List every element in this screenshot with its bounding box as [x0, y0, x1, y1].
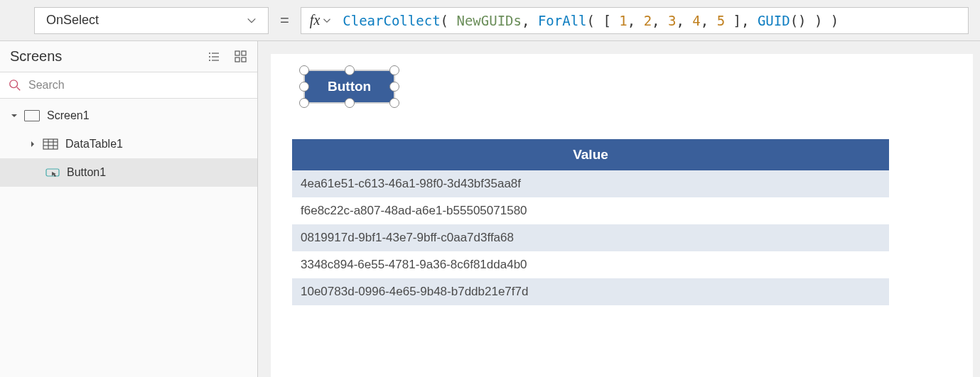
search-input[interactable] [28, 79, 249, 92]
svg-rect-9 [242, 58, 246, 62]
equals-label: = [280, 11, 289, 30]
caret-down-icon[interactable] [10, 111, 18, 120]
svg-point-4 [209, 60, 210, 61]
svg-point-0 [209, 53, 210, 54]
resize-handle-bl[interactable] [299, 98, 309, 108]
resize-handle-tr[interactable] [389, 65, 399, 75]
tree-label: DataTable1 [65, 138, 123, 151]
property-dropdown-value: OnSelect [46, 13, 99, 28]
search-box[interactable] [0, 72, 257, 99]
resize-handle-tc[interactable] [345, 65, 355, 75]
main-area: Screens [0, 41, 980, 377]
tree-view: Screen1 DataTable1 Button1 [0, 99, 257, 377]
grid-view-icon[interactable] [235, 50, 247, 63]
formula-text[interactable]: ClearCollect( NewGUIDs, ForAll( [ 1, 2, … [343, 13, 839, 28]
chevron-down-icon[interactable] [323, 16, 331, 25]
top-bar: OnSelect = fx ClearCollect( NewGUIDs, Fo… [0, 0, 980, 41]
resize-handle-br[interactable] [389, 98, 399, 108]
svg-rect-6 [235, 51, 239, 55]
tree-panel: Screens [0, 41, 258, 377]
svg-point-10 [10, 80, 18, 88]
chevron-down-icon [247, 16, 257, 26]
search-icon [9, 79, 21, 92]
table-body: 4ea61e51-c613-46a1-98f0-3d43bf35aa8ff6e8… [292, 170, 889, 305]
list-view-icon[interactable] [208, 50, 220, 63]
caret-right-icon[interactable] [28, 140, 37, 148]
table-row[interactable]: 0819917d-9bf1-43e7-9bff-c0aa7d3ffa68 [292, 224, 889, 251]
property-dropdown[interactable]: OnSelect [34, 7, 269, 34]
canvas-area: Button Value 4ea61e51-c613-46a1-98f0-3d4… [258, 41, 980, 377]
svg-rect-12 [43, 139, 58, 149]
tree-item-datatable1[interactable]: DataTable1 [0, 130, 257, 158]
formula-bar[interactable]: fx ClearCollect( NewGUIDs, ForAll( [ 1, … [301, 7, 969, 34]
fx-label: fx [310, 12, 320, 28]
table-row[interactable]: f6e8c22c-a807-48ad-a6e1-b55505071580 [292, 197, 889, 224]
data-table-control[interactable]: Value 4ea61e51-c613-46a1-98f0-3d43bf35aa… [292, 139, 889, 305]
svg-point-2 [209, 56, 210, 58]
screens-title: Screens [10, 48, 62, 65]
resize-handle-bc[interactable] [345, 98, 355, 108]
button-icon [45, 167, 60, 178]
svg-rect-7 [242, 51, 246, 55]
tree-item-button1[interactable]: Button1 [0, 158, 257, 187]
table-row[interactable]: 4ea61e51-c613-46a1-98f0-3d43bf35aa8f [292, 170, 889, 197]
resize-handle-tl[interactable] [299, 65, 309, 75]
resize-handle-ml[interactable] [299, 82, 309, 92]
table-row[interactable]: 3348c894-6e55-4781-9a36-8c6f81dda4b0 [292, 251, 889, 278]
button-control-selection[interactable]: Button [305, 71, 394, 102]
tree-label: Button1 [67, 166, 106, 179]
table-row[interactable]: 10e0783d-0996-4e65-9b48-b7ddb21e7f7d [292, 278, 889, 305]
svg-rect-8 [235, 58, 239, 62]
tree-label: Screen1 [47, 109, 90, 122]
canvas-surface[interactable]: Button Value 4ea61e51-c613-46a1-98f0-3d4… [271, 54, 973, 377]
table-header-value[interactable]: Value [292, 139, 889, 170]
resize-handle-mr[interactable] [389, 82, 399, 92]
screens-header: Screens [0, 41, 257, 72]
datatable-icon [43, 138, 58, 150]
tree-item-screen1[interactable]: Screen1 [0, 102, 257, 130]
svg-line-11 [17, 87, 21, 91]
screen-icon [24, 110, 40, 121]
